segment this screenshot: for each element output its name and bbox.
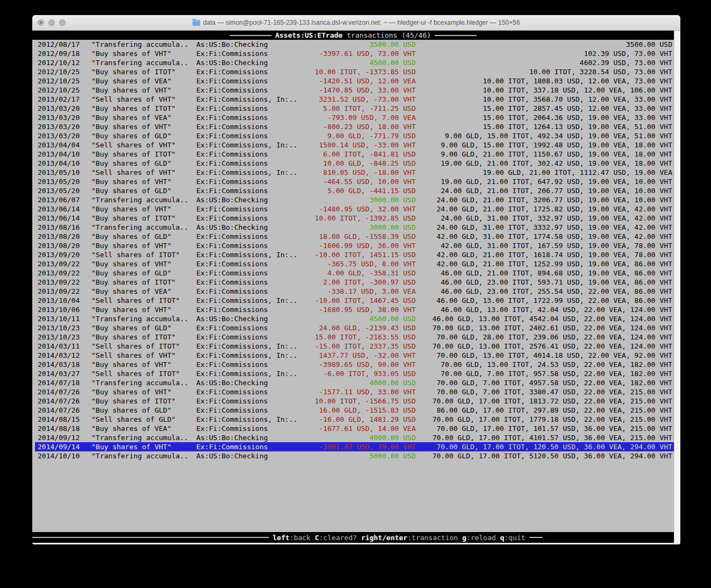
minimize-button[interactable]: [48, 19, 55, 26]
transaction-row[interactable]: 2013/10/11"Transfering accumula..As:US:B…: [35, 314, 674, 323]
transaction-row[interactable]: 2013/03/20"Buy shares of VEA"Ex:Fi:Commi…: [35, 113, 674, 122]
transaction-running-total: 70.00 GLD, 7.00 ITOT, 957.58 USD, 22.00 …: [416, 369, 672, 378]
transaction-other-accounts: Ex:Fi:Commissions: [196, 241, 304, 250]
transaction-row[interactable]: 2013/03/20"Buy shares of GLD"Ex:Fi:Commi…: [35, 131, 674, 140]
transaction-row[interactable]: 2013/10/06"Buy shares of VHT"Ex:Fi:Commi…: [35, 305, 674, 314]
transaction-date: 2013/04/10: [38, 159, 81, 168]
transaction-row[interactable]: 2014/08/15"Sell shares of GLD"Ex:Fi:Comm…: [35, 415, 674, 424]
transaction-row[interactable]: 2013/09/22"Buy shares of ITOT"Ex:Fi:Comm…: [35, 278, 674, 287]
transaction-running-total: 46.00 GLD, 13.00 ITOT, 1722.99 USD, 22.0…: [416, 296, 672, 305]
transaction-row[interactable]: 2013/04/10"Buy shares of ITOT"Ex:Fi:Comm…: [35, 150, 674, 159]
transaction-description: "Buy shares of ITOT": [91, 332, 196, 342]
transaction-row[interactable]: 2013/05/20"Buy shares of GLD"Ex:Fi:Commi…: [35, 186, 674, 195]
transaction-running-total: 19.00 GLD, 21.00 ITOT, 1112.47 USD, 19.0…: [416, 168, 672, 177]
transaction-other-accounts: Ex:Fi:Commissions: [196, 159, 304, 168]
transaction-other-accounts: Ex:Fi:Commissions: [196, 104, 304, 113]
transaction-row[interactable]: 2014/09/12"Transfering accumula..As:US:B…: [35, 433, 674, 442]
transaction-other-accounts: Ex:Fi:Commissions: [196, 204, 304, 214]
transaction-row[interactable]: 2013/09/22"Buy shares of VHT"Ex:Fi:Commi…: [35, 259, 674, 268]
transaction-row[interactable]: 2013/03/20"Buy shares of ITOT"Ex:Fi:Comm…: [35, 104, 674, 113]
transaction-row[interactable]: 2014/07/26"Buy shares of ITOT"Ex:Fi:Comm…: [35, 396, 674, 406]
transaction-row[interactable]: 2013/08/16"Transfering accumula..As:US:B…: [35, 223, 674, 232]
transaction-running-total: 42.00 GLD, 31.00 ITOT, 1774.58 USD, 19.0…: [416, 232, 672, 241]
transaction-amount: 810.05 USD, -18.00 VHT: [304, 168, 416, 177]
transaction-row[interactable]: 2013/10/23"Buy shares of GLD"Ex:Fi:Commi…: [35, 323, 674, 332]
transaction-row[interactable]: 2013/09/20"Sell shares of ITOT"Ex:Fi:Com…: [35, 250, 674, 259]
transaction-running-total: 24.00 GLD, 21.00 ITOT, 3206.77 USD, 19.0…: [416, 195, 672, 204]
transaction-row[interactable]: 2014/07/18"Transfering accumula..As:US:B…: [35, 378, 674, 387]
transaction-other-accounts: As:US:Bo:Checking: [196, 451, 304, 461]
transaction-row[interactable]: 2014/03/11"Sell shares of ITOT"Ex:Fi:Com…: [35, 342, 674, 351]
transaction-row[interactable]: 2013/06/07"Transfering accumula..As:US:B…: [35, 195, 674, 204]
transaction-row[interactable]: 2012/08/17"Transfering accumula..As:US:B…: [35, 40, 674, 49]
transaction-description: "Buy shares of VHT": [91, 49, 196, 58]
transaction-running-total: 15.00 ITOT, 1264.13 USD, 19.00 VEA, 51.0…: [416, 122, 672, 131]
transaction-other-accounts: Ex:Fi:Commissions, In:..: [196, 168, 304, 177]
transaction-description: "Buy shares of VHT": [91, 177, 196, 186]
close-button[interactable]: [38, 19, 44, 26]
transaction-row[interactable]: 2013/02/17"Sell shares of VHT"Ex:Fi:Comm…: [35, 95, 674, 104]
transaction-date: 2013/02/17: [38, 95, 81, 104]
transaction-description: "Buy shares of VHT": [91, 305, 196, 314]
transaction-row-selected[interactable]: 2014/09/14"Buy shares of VHT"Ex:Fi:Commi…: [35, 442, 674, 451]
transaction-row[interactable]: 2014/10/10"Transfering accumula..As:US:B…: [35, 451, 674, 461]
transaction-running-total: 24.00 GLD, 31.00 ITOT, 3332.97 USD, 19.0…: [416, 223, 672, 232]
terminal-content: Assets:US:ETrade transactions (45/46) 20…: [32, 31, 680, 543]
transaction-description: "Sell shares of ITOT": [91, 296, 196, 305]
transaction-amount: 15.00 ITOT, -2163.55 USD: [304, 332, 416, 342]
transaction-amount: -1577.11 USD, 33.00 VHT: [304, 387, 416, 396]
transaction-other-accounts: Ex:Fi:Commissions: [196, 406, 304, 415]
transaction-description: "Buy shares of GLD": [91, 131, 196, 140]
transaction-row[interactable]: 2013/10/04"Sell shares of ITOT"Ex:Fi:Com…: [35, 296, 674, 305]
transaction-row[interactable]: 2013/08/20"Buy shares of GLD"Ex:Fi:Commi…: [35, 232, 674, 241]
transaction-row[interactable]: 2013/09/22"Buy shares of VEA"Ex:Fi:Commi…: [35, 287, 674, 296]
transaction-amount: 5.00 ITOT, -711.25 USD: [304, 104, 416, 113]
transaction-row[interactable]: 2013/06/14"Buy shares of ITOT"Ex:Fi:Comm…: [35, 214, 674, 223]
transaction-date: 2014/09/14: [38, 442, 81, 451]
transaction-row[interactable]: 2014/03/18"Buy shares of VHT"Ex:Fi:Commi…: [35, 360, 674, 369]
scrollbar-track[interactable]: [674, 31, 680, 543]
transaction-running-total: 10.00 ITOT, 1808.03 USD, 12.00 VEA, 73.0…: [416, 76, 672, 86]
transaction-row[interactable]: 2013/04/04"Sell shares of VHT"Ex:Fi:Comm…: [35, 140, 674, 150]
transaction-row[interactable]: 2013/05/10"Sell shares of VHT"Ex:Fi:Comm…: [35, 168, 674, 177]
transaction-other-accounts: Ex:Fi:Commissions, In:..: [196, 250, 304, 259]
zoom-button[interactable]: [59, 19, 66, 26]
transaction-row[interactable]: 2012/10/25"Buy shares of VEA"Ex:Fi:Commi…: [35, 76, 674, 86]
transaction-row[interactable]: 2012/10/25"Buy shares of ITOT"Ex:Fi:Comm…: [35, 67, 674, 76]
transaction-row[interactable]: 2014/03/27"Sell shares of ITOT"Ex:Fi:Com…: [35, 369, 674, 378]
transaction-row[interactable]: 2013/03/20"Buy shares of VHT"Ex:Fi:Commi…: [35, 122, 674, 131]
transaction-other-accounts: Ex:Fi:Commissions: [196, 387, 304, 396]
transaction-row[interactable]: 2013/08/20"Buy shares of VHT"Ex:Fi:Commi…: [35, 241, 674, 250]
transaction-row[interactable]: 2013/05/20"Buy shares of VHT"Ex:Fi:Commi…: [35, 177, 674, 186]
transaction-row[interactable]: 2014/08/18"Buy shares of VEA"Ex:Fi:Commi…: [35, 424, 674, 433]
transaction-running-total: 4602.39 USD, 73.00 VHT: [416, 58, 672, 67]
transaction-row[interactable]: 2012/09/18"Buy shares of VHT"Ex:Fi:Commi…: [35, 49, 674, 58]
transaction-date: 2014/03/12: [38, 351, 81, 360]
transaction-running-total: 46.00 GLD, 23.00 ITOT, 255.54 USD, 22.00…: [416, 287, 672, 296]
transaction-description: "Buy shares of VHT": [91, 86, 196, 95]
transaction-date: 2012/09/18: [38, 49, 81, 58]
transaction-description: "Buy shares of ITOT": [91, 214, 196, 223]
transaction-row[interactable]: 2013/04/10"Buy shares of GLD"Ex:Fi:Commi…: [35, 159, 674, 168]
transaction-running-total: 42.00 GLD, 31.00 ITOT, 167.59 USD, 19.00…: [416, 241, 672, 250]
transaction-running-total: 70.00 GLD, 17.00 ITOT, 120.50 USD, 36.00…: [416, 442, 672, 451]
transaction-other-accounts: Ex:Fi:Commissions: [196, 278, 304, 287]
transaction-row[interactable]: 2012/10/12"Transfering accumula..As:US:B…: [35, 58, 674, 67]
transaction-amount: 1437.77 USD, -32.00 VHT: [304, 351, 416, 360]
help-label: :reload: [466, 534, 496, 542]
transaction-row[interactable]: 2013/09/22"Buy shares of GLD"Ex:Fi:Commi…: [35, 268, 674, 278]
transaction-amount: -800.23 USD, 18.00 VHT: [304, 122, 416, 131]
transaction-description: "Transfering accumula..: [91, 433, 196, 442]
transaction-row[interactable]: 2014/07/26"Buy shares of GLD"Ex:Fi:Commi…: [35, 406, 674, 415]
transaction-row[interactable]: 2014/03/12"Sell shares of VHT"Ex:Fi:Comm…: [35, 351, 674, 360]
transaction-running-total: 46.00 GLD, 13.00 ITOT, 4542.04 USD, 22.0…: [416, 314, 672, 323]
transaction-row[interactable]: 2012/10/25"Buy shares of VHT"Ex:Fi:Commi…: [35, 86, 674, 95]
titlebar[interactable]: data — simon@pool-71-165-239-133.lsanca.…: [32, 15, 680, 31]
transaction-row[interactable]: 2013/10/23"Buy shares of ITOT"Ex:Fi:Comm…: [35, 332, 674, 342]
transaction-date: 2013/09/22: [38, 259, 81, 268]
transaction-date: 2014/07/26: [38, 396, 81, 406]
transaction-row[interactable]: 2014/07/26"Buy shares of VHT"Ex:Fi:Commi…: [35, 387, 674, 396]
transaction-description: "Buy shares of VHT": [91, 241, 196, 250]
transaction-row[interactable]: 2013/06/14"Buy shares of VHT"Ex:Fi:Commi…: [35, 204, 674, 214]
register-header-bar: Assets:US:ETrade transactions (45/46): [32, 31, 674, 40]
